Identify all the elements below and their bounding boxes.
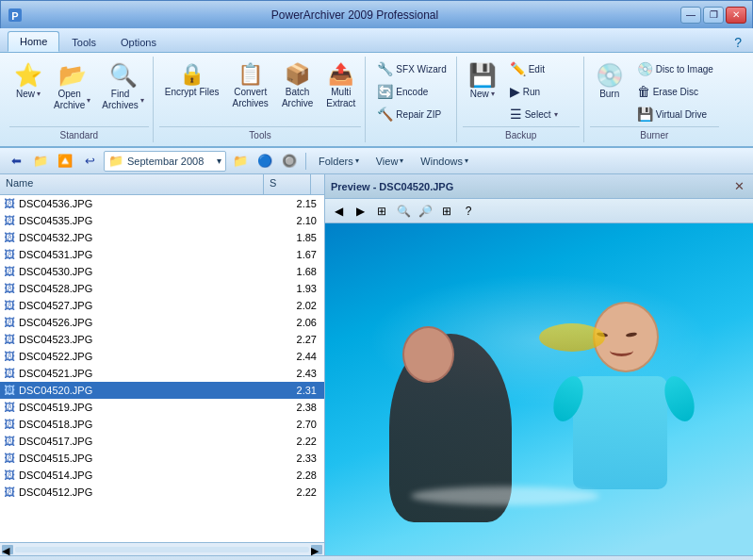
file-name-14: DSC04517.JPG [19,436,278,447]
file-item-13[interactable]: 🖼 DSC04518.JPG 2.70 [0,416,324,433]
preview-fit-button[interactable]: ⊞ [372,202,391,221]
help-icon[interactable]: ? [730,33,745,52]
file-item-8[interactable]: 🖼 DSC04523.JPG 2.27 [0,331,324,348]
hscroll-right[interactable]: ▶ [311,545,322,554]
window-controls: — ❐ ✕ [680,7,746,24]
batch-archive-button[interactable]: 📦 BatchArchive [276,58,319,113]
find-dropdown-arrow[interactable]: ▾ [140,96,144,105]
view-arrow[interactable]: ▾ [400,156,403,165]
windows-arrow[interactable]: ▾ [465,156,468,165]
file-size-5: 1.93 [278,283,320,294]
folders-arrow[interactable]: ▾ [355,156,359,165]
file-item-15[interactable]: 🖼 DSC04515.JPG 2.33 [0,450,324,467]
file-icon-17: 🖼 [4,486,15,499]
encrypt-files-button[interactable]: 🔒 Encrypt Files [159,58,225,102]
file-item-14[interactable]: 🖼 DSC04517.JPG 2.22 [0,433,324,450]
file-item-10[interactable]: 🖼 DSC04521.JPG 2.43 [0,365,324,382]
open-archive-button[interactable]: 📂 OpenArchive ▾ [49,58,95,115]
file-item-0[interactable]: 🖼 DSC04536.JPG 2.15 [0,195,324,212]
file-item-17[interactable]: 🖼 DSC04512.JPG 2.22 [0,484,324,501]
file-size-2: 1.85 [278,232,320,243]
encode-icon: 🔄 [377,84,393,99]
up-button[interactable]: 🔼 [55,151,75,172]
repair-zip-label: Repair ZIP [396,109,441,120]
file-size-11: 2.31 [278,385,320,396]
file-item-2[interactable]: 🖼 DSC04532.JPG 1.85 [0,229,324,246]
preview-zoom-out-button[interactable]: 🔎 [416,202,434,221]
encrypt-files-label: Encrypt Files [165,87,220,98]
file-item-4[interactable]: 🖼 DSC04530.JPG 1.68 [0,263,324,280]
repair-icon: 🔨 [377,107,393,122]
file-item-16[interactable]: 🖼 DSC04514.JPG 2.28 [0,467,324,484]
titlebar: P PowerArchiver 2009 Professional — ❐ ✕ [0,0,753,28]
maximize-button[interactable]: ❐ [703,7,724,24]
back-button[interactable]: ⬅ [6,151,26,172]
folder-dropdown-arrow[interactable]: ▾ [217,156,221,166]
file-item-7[interactable]: 🖼 DSC04526.JPG 2.06 [0,314,324,331]
find-archives-button[interactable]: 🔍 FindArchives ▾ [97,58,148,115]
folders-button[interactable]: Folders ▾ [312,153,366,170]
tab-tools[interactable]: Tools [59,32,108,52]
edit-button[interactable]: ✏️ Edit [504,58,580,79]
minimize-button[interactable]: — [680,7,701,24]
file-list-body[interactable]: 🖼 DSC04536.JPG 2.15 🖼 DSC04535.JPG 2.10 … [0,195,324,542]
run-button[interactable]: ▶ Run [504,81,580,102]
file-size-12: 2.38 [278,402,320,413]
convert-archives-button[interactable]: 📋 ConvertArchives [227,58,274,113]
virtual-drive-icon: 💾 [637,107,653,122]
preview-prev-button[interactable]: ◀ [329,202,348,221]
size-column-header[interactable]: S [264,174,311,194]
file-size-7: 2.06 [278,317,320,328]
encode-button[interactable]: 🔄 Encode [371,81,451,102]
virtual-drive-button[interactable]: 💾 Virtual Drive [631,104,719,124]
hscroll-left[interactable]: ◀ [2,545,13,554]
file-item-5[interactable]: 🖼 DSC04528.JPG 1.93 [0,280,324,297]
multi-extract-button[interactable]: 📤 MultiExtract [320,58,361,113]
file-icon-15: 🖼 [4,452,15,465]
close-button[interactable]: ✕ [726,7,746,24]
burn-button[interactable]: 💿 Burn [590,58,630,103]
name-column-header[interactable]: Name [0,174,264,194]
hscroll-track[interactable] [15,547,309,552]
erase-disc-button[interactable]: 🗑 Erase Disc [631,81,719,102]
tab-home[interactable]: Home [8,31,59,52]
tab-options[interactable]: Options [108,32,169,52]
file-item-11[interactable]: 🖼 DSC04520.JPG 2.31 [0,382,324,399]
file-name-11: DSC04520.JPG [19,385,278,396]
horizontal-scrollbar[interactable]: ◀ ▶ [0,542,324,555]
new-dropdown-arrow[interactable]: ▾ [37,90,41,98]
select-arrow[interactable]: ▾ [554,110,558,119]
file-item-1[interactable]: 🖼 DSC04535.JPG 2.10 [0,212,324,229]
file-item-6[interactable]: 🖼 DSC04527.JPG 2.02 [0,297,324,314]
preview-close-button[interactable]: ✕ [731,179,747,193]
file-item-3[interactable]: 🖼 DSC04531.JPG 1.67 [0,246,324,263]
nav-button-3[interactable]: 🔘 [279,151,300,172]
file-item-9[interactable]: 🖼 DSC04522.JPG 2.44 [0,348,324,365]
repair-zip-button[interactable]: 🔨 Repair ZIP [371,104,451,124]
windows-button[interactable]: Windows ▾ [414,153,475,170]
new-backup-arrow[interactable]: ▾ [491,90,495,98]
backup-save-icon: 💾 [468,62,497,89]
preview-grid-button[interactable]: ⊞ [437,202,456,221]
nav-button-1[interactable]: 📁 [230,151,251,172]
preview-help-button[interactable]: ? [459,202,478,221]
nav-button-2[interactable]: 🔵 [254,151,275,172]
folder-dropdown[interactable]: 📁 Septembar 2008 ▾ [104,151,226,172]
folder-up-button[interactable]: 📁 [30,151,51,172]
file-item-12[interactable]: 🖼 DSC04519.JPG 2.38 [0,399,324,416]
file-name-1: DSC04535.JPG [19,215,278,226]
file-name-0: DSC04536.JPG [19,198,278,209]
sfx-wizard-button[interactable]: 🔧 SFX Wizard [371,58,451,79]
edit-label: Edit [529,64,545,74]
view-button[interactable]: View ▾ [369,153,411,170]
refresh-button[interactable]: ↩ [79,151,100,172]
toolbar-separator [305,153,306,170]
new-button[interactable]: ⭐ New ▾ [9,58,47,103]
open-dropdown-arrow[interactable]: ▾ [87,96,90,105]
virtual-drive-label: Virtual Drive [656,109,707,120]
preview-next-button[interactable]: ▶ [351,202,369,221]
disc-to-image-button[interactable]: 💿 Disc to Image [631,58,719,79]
new-backup-button[interactable]: 💾 New ▾ [463,58,502,103]
preview-zoom-in-button[interactable]: 🔍 [394,202,413,221]
select-button[interactable]: ☰ Select ▾ [504,104,580,124]
